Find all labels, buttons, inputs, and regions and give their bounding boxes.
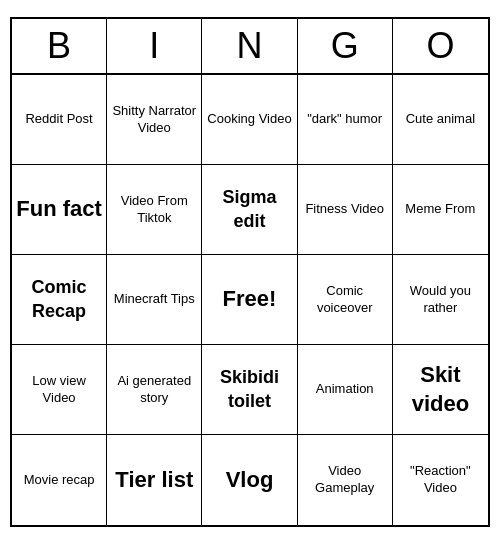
bingo-letter-b: B [12,19,107,73]
bingo-grid: Reddit PostShitty Narrator VideoCooking … [12,75,488,525]
bingo-cell-22: Vlog [202,435,297,525]
bingo-cell-14: Would you rather [393,255,488,345]
bingo-cell-11: Minecraft Tips [107,255,202,345]
bingo-card: BINGO Reddit PostShitty Narrator VideoCo… [10,17,490,527]
bingo-cell-18: Animation [298,345,393,435]
bingo-cell-15: Low view Video [12,345,107,435]
bingo-letter-g: G [298,19,393,73]
bingo-cell-2: Cooking Video [202,75,297,165]
bingo-cell-16: Ai generated story [107,345,202,435]
bingo-cell-17: Skibidi toilet [202,345,297,435]
bingo-cell-3: "dark" humor [298,75,393,165]
bingo-cell-0: Reddit Post [12,75,107,165]
bingo-letter-n: N [202,19,297,73]
bingo-cell-20: Movie recap [12,435,107,525]
bingo-cell-24: "Reaction" Video [393,435,488,525]
bingo-cell-9: Meme From [393,165,488,255]
bingo-cell-5: Fun fact [12,165,107,255]
bingo-header: BINGO [12,19,488,75]
bingo-cell-1: Shitty Narrator Video [107,75,202,165]
bingo-cell-12: Free! [202,255,297,345]
bingo-cell-6: Video From Tiktok [107,165,202,255]
bingo-cell-10: Comic Recap [12,255,107,345]
bingo-cell-4: Cute animal [393,75,488,165]
bingo-cell-8: Fitness Video [298,165,393,255]
bingo-cell-21: Tier list [107,435,202,525]
bingo-cell-13: Comic voiceover [298,255,393,345]
bingo-cell-7: Sigma edit [202,165,297,255]
bingo-cell-19: Skit video [393,345,488,435]
bingo-cell-23: Video Gameplay [298,435,393,525]
bingo-letter-i: I [107,19,202,73]
bingo-letter-o: O [393,19,488,73]
